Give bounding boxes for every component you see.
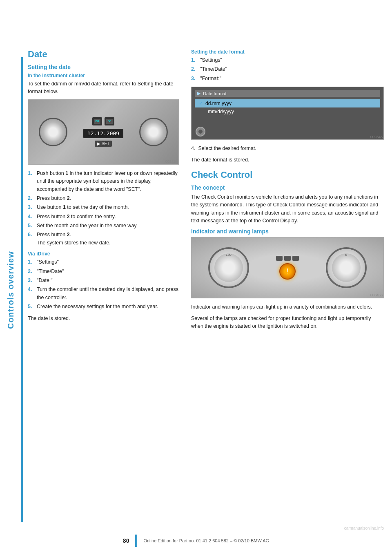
warning-lamps-inner-img: 180 !	[192, 237, 383, 298]
screen-title: Date format	[203, 91, 226, 96]
main-content: Date Setting the date In the instrument …	[28, 49, 384, 522]
screen-option-1: ✓ dd.mm.yyyy	[195, 99, 380, 107]
footer: 80 Online Edition for Part no. 01 41 2 6…	[0, 535, 392, 547]
step-cluster-5: 5. Set the month and the year in the sam…	[28, 222, 179, 230]
step-idrive-2: 2. "Time/Date"	[28, 268, 179, 275]
step-idrive-1: 1. "Settings"	[28, 258, 179, 266]
indicator-body-1: Indicator and warning lamps can light up…	[191, 303, 384, 311]
steps-idrive-list: 1. "Settings" 2. "Time/Date" 3. "Date:" …	[28, 258, 179, 311]
instrument-cluster-body: To set the dd/mm or mm/dd date format, r…	[28, 80, 179, 96]
left-column: Date Setting the date In the instrument …	[28, 49, 179, 522]
screen-option-2: mm/dd/yyyy	[195, 107, 380, 116]
sidebar-label: Controls overview	[0, 57, 21, 522]
indicator-title: Indicator and warning lamps	[191, 228, 384, 235]
steps-cluster-list: 1. Push button 1 in the turn indicator l…	[28, 170, 179, 247]
date-format-screen: ▶ Date format ✓ dd.mm.yyyy mm/dd/yyyy	[192, 87, 383, 140]
check-control-title: Check Control	[191, 170, 384, 180]
step-format-3: 3. "Format:"	[191, 75, 384, 83]
indicator-body-2: Several of the lamps are checked for pro…	[191, 315, 384, 331]
date-display: 12.12.2009	[83, 129, 123, 138]
step-idrive-3: 3. "Date:"	[28, 277, 179, 284]
date-format-stored: The date format is stored.	[191, 156, 384, 164]
step-cluster-4: 4. Press button 2 to confirm the entry.	[28, 213, 179, 221]
step-cluster-6: 6. Press button 2.The system stores the …	[28, 231, 179, 247]
img-note-format: 002345	[370, 135, 383, 139]
instrument-cluster-image: 00 00 12.12.2009 ▶ SET	[28, 99, 179, 165]
watermark: carmanualsonline.info	[344, 526, 384, 530]
footer-text: Online Edition for Part no. 01 41 2 604 …	[143, 538, 269, 543]
img-note-left: 001234	[165, 159, 178, 163]
step-cluster-2: 2. Press button 2.	[28, 195, 179, 202]
page-container: Controls overview Date Setting the date …	[0, 0, 392, 555]
page-number: 80	[123, 537, 129, 544]
date-stored-text: The date is stored.	[28, 315, 179, 322]
via-idrive-title: Via iDrive	[28, 251, 179, 257]
step-idrive-4: 4. Turn the controller until the desired…	[28, 286, 179, 302]
steps-format-list: 1. "Settings" 2. "Time/Date" 3. "Format:…	[191, 56, 384, 83]
concept-title: The concept	[191, 184, 384, 191]
step-idrive-5: 5. Create the necessary settings for the…	[28, 303, 179, 311]
sidebar-label-text: Controls overview	[6, 251, 16, 329]
checkmark-icon: ✓	[199, 101, 203, 106]
step-format-2: 2. "Time/Date"	[191, 65, 384, 73]
setting-date-title: Setting the date	[28, 64, 179, 70]
step4-text: 4. Select the desired format.	[191, 145, 384, 152]
step-cluster-3: 3. Use button 1 to set the day of the mo…	[28, 204, 179, 211]
sidebar-bar	[21, 57, 23, 522]
step-format-1: 1. "Settings"	[191, 56, 384, 64]
img-note-lamps: 003456	[370, 293, 383, 297]
date-option-1: dd.mm.yyyy	[205, 101, 232, 106]
date-section-title: Date	[28, 49, 179, 60]
right-column: Setting the date format 1. "Settings" 2.…	[191, 49, 384, 522]
concept-body: The Check Control monitors vehicle funct…	[191, 193, 384, 225]
footer-bar	[135, 535, 137, 547]
warning-lamps-image: 180 !	[191, 237, 384, 298]
instrument-cluster-subtitle: In the instrument cluster	[28, 73, 179, 78]
screen-title-bar: ▶ Date format	[195, 90, 380, 97]
setting-date-format-title: Setting the date format	[191, 49, 384, 55]
step-cluster-1: 1. Push button 1 in the turn indicator l…	[28, 170, 179, 193]
date-option-2: mm/dd/yyyy	[208, 109, 234, 114]
set-button: ▶ SET	[95, 141, 112, 147]
date-format-image: ▶ Date format ✓ dd.mm.yyyy mm/dd/yyyy	[191, 87, 384, 140]
